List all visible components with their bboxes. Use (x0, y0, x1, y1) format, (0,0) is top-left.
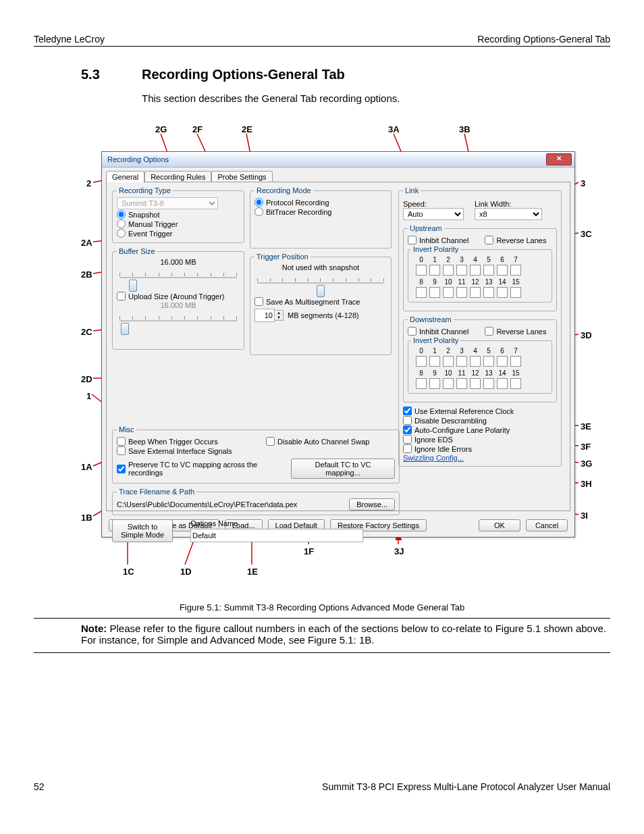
misc-group: Misc Beep When Trigger Occurs Save Exter… (112, 425, 400, 484)
note-paragraph: Note: Please refer to the figure callout… (81, 623, 610, 646)
callout-3B: 3B (459, 124, 471, 134)
trace-path-text: C:\Users\Public\Documents\LeCroy\PETrace… (117, 500, 345, 509)
down-inhibit-checkbox[interactable]: Inhibit Channel (408, 327, 468, 336)
callout-3H: 3H (581, 479, 592, 489)
ok-button[interactable]: OK (479, 519, 520, 531)
options-name-label: Options Name (190, 519, 363, 527)
buffer-size-value: 16.000 MB (117, 258, 240, 266)
callout-3A: 3A (388, 124, 400, 134)
callout-2A: 2A (81, 238, 92, 248)
up-invert-legend: Invert Polarity (411, 245, 460, 253)
figure-caption: Figure 5.1: Summit T3-8 Recording Option… (34, 602, 610, 613)
cancel-button[interactable]: Cancel (526, 519, 568, 531)
callout-3D: 3D (581, 330, 592, 340)
callout-3C: 3C (581, 229, 592, 239)
upstream-legend: Upstream (408, 224, 444, 232)
close-button[interactable]: ✕ (546, 153, 572, 165)
up-invert-group: Invert Polarity 01234567 89101112131415 (408, 245, 552, 303)
upload-size-value: 16.000 MB (117, 301, 240, 309)
page-footer: 52 Summit T3-8 PCI Express Multi-Lane Pr… (34, 781, 610, 792)
callout-1: 1 (86, 391, 91, 401)
options-name-input[interactable] (190, 529, 363, 542)
trigger-position-note: Not used with snapshot (254, 263, 387, 271)
multisegment-checkbox[interactable]: Save As Multisegment Trace (254, 297, 387, 306)
trigger-position-legend: Trigger Position (254, 253, 311, 261)
footer-title: Summit T3-8 PCI Express Multi-Lane Proto… (322, 781, 610, 792)
recording-mode-legend: Recording Mode (254, 186, 313, 194)
callout-3J: 3J (394, 546, 404, 556)
buffer-size-slider[interactable] (117, 267, 240, 286)
upload-size-slider[interactable] (117, 311, 240, 330)
ignore-eds-checkbox[interactable]: Ignore EDS (403, 435, 557, 444)
save-external-checkbox[interactable]: Save External Interface Signals (117, 446, 246, 455)
beep-checkbox[interactable]: Beep When Trigger Occurs (117, 437, 246, 446)
default-tc-vc-button[interactable]: Default TC to VC mapping... (291, 459, 395, 479)
ignore-idle-checkbox[interactable]: Ignore Idle Errors (403, 444, 557, 453)
device-select[interactable]: Summit T3-8 (117, 197, 218, 209)
up-reverse-checkbox[interactable]: Reverse Lanes (485, 236, 546, 244)
disable-swap-checkbox[interactable]: Disable Auto Channel Swap (266, 437, 395, 446)
hr-top (34, 618, 610, 619)
up-inhibit-checkbox[interactable]: Inhibit Channel (408, 236, 468, 244)
callout-2B: 2B (81, 269, 92, 280)
recording-mode-group: Recording Mode Protocol Recording BitTra… (250, 186, 392, 249)
buffer-size-group: Buffer Size 16.000 MB Upload Size (Aroun… (112, 247, 244, 350)
snapshot-radio[interactable]: Snapshot (117, 210, 240, 219)
up-lanes-0-7: 01234567 (415, 256, 549, 276)
trace-path-group: Trace Filename & Path C:\Users\Public\Do… (112, 488, 400, 515)
swizzling-config-link[interactable]: Swizzling Config... (403, 454, 464, 462)
recording-type-legend: Recording Type (117, 186, 173, 194)
tab-recording-rules[interactable]: Recording Rules (144, 171, 211, 182)
use-external-clock-checkbox[interactable]: Use External Reference Clock (403, 407, 557, 415)
protocol-recording-radio[interactable]: Protocol Recording (254, 198, 387, 207)
tab-general[interactable]: General (106, 171, 144, 182)
link-group: Link Speed: Auto Link Width: x8 Upstream (398, 186, 562, 467)
spinner-up-icon[interactable]: ▲ (275, 311, 283, 315)
preserve-mapping-checkbox[interactable]: Preserve TC to VC mapping across the rec… (117, 461, 287, 477)
trigger-position-slider[interactable] (254, 273, 387, 292)
disable-descrambling-checkbox[interactable]: Disable Descrambling (403, 416, 557, 425)
segment-size-spinner[interactable]: ▲▼ (254, 309, 284, 322)
misc-legend: Misc (117, 425, 136, 434)
callout-2F: 2F (192, 124, 203, 134)
callout-2D: 2D (81, 374, 92, 384)
down-lanes-0-7: 01234567 (415, 347, 549, 367)
manual-trigger-radio[interactable]: Manual Trigger (117, 219, 240, 228)
callout-3G: 3G (581, 459, 592, 469)
callout-2E: 2E (242, 124, 252, 134)
down-lanes-8-15: 89101112131415 (415, 369, 549, 389)
callout-1B: 1B (81, 513, 92, 523)
section-heading: 5.3Recording Options-General Tab (34, 67, 610, 82)
upload-size-checkbox[interactable]: Upload Size (Around Trigger) (117, 292, 240, 301)
header-right: Recording Options-General Tab (477, 34, 610, 45)
figure: 2G 2F 2E 3A 3B 2 3 2A 2B 2C 2D 1 1A 1B 1… (41, 124, 594, 590)
buffer-size-legend: Buffer Size (117, 247, 157, 255)
event-trigger-radio[interactable]: Event Trigger (117, 229, 240, 238)
callout-1F: 1F (304, 546, 314, 556)
recording-type-group: Recording Type Summit T3-8 Snapshot Manu… (112, 186, 244, 243)
link-legend: Link (403, 186, 421, 194)
tab-probe-settings[interactable]: Probe Settings (211, 171, 272, 182)
callout-2: 2 (86, 178, 91, 188)
section-title: Recording Options-General Tab (142, 67, 345, 82)
speed-select[interactable]: Auto (403, 208, 464, 220)
spinner-down-icon[interactable]: ▼ (275, 315, 283, 320)
upstream-group: Upstream Inhibit Channel Reverse Lanes I… (403, 224, 557, 311)
bittracer-recording-radio[interactable]: BitTracer Recording (254, 207, 387, 216)
section-intro: This section describes the General Tab r… (142, 93, 610, 104)
speed-label: Speed: (403, 200, 464, 208)
link-width-select[interactable]: x8 (475, 208, 542, 220)
page-header: Teledyne LeCroy Recording Options-Genera… (34, 34, 610, 47)
browse-button[interactable]: Browse... (349, 498, 395, 511)
auto-configure-polarity-checkbox[interactable]: Auto-Configure Lane Polarity (403, 425, 557, 434)
callout-3I: 3I (581, 511, 588, 521)
switch-mode-button[interactable]: Switch to Simple Mode (112, 519, 173, 542)
tab-body: Recording Type Summit T3-8 Snapshot Manu… (106, 182, 570, 511)
note-body-2: . (371, 634, 374, 646)
down-invert-legend: Invert Polarity (411, 336, 460, 344)
down-reverse-checkbox[interactable]: Reverse Lanes (485, 327, 546, 336)
downstream-group: Downstream Inhibit Channel Reverse Lanes… (403, 315, 557, 402)
header-left: Teledyne LeCroy (34, 34, 105, 45)
callout-1C: 1C (123, 567, 134, 577)
titlebar[interactable]: Recording Options ✕ (102, 152, 574, 167)
